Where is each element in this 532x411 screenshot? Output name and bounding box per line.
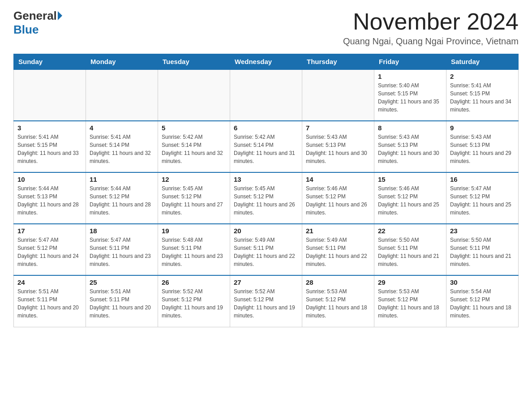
day-number: 7: [306, 124, 370, 132]
logo-triangle-icon: [58, 11, 62, 20]
day-info: Sunrise: 5:50 AMSunset: 5:11 PMDaylight:…: [378, 237, 439, 267]
day-number: 8: [378, 124, 442, 132]
day-number: 10: [17, 176, 82, 183]
day-info: Sunrise: 5:41 AMSunset: 5:14 PMDaylight:…: [90, 134, 151, 164]
day-info: Sunrise: 5:48 AMSunset: 5:11 PMDaylight:…: [162, 237, 223, 267]
logo-general-text: General: [13, 9, 57, 23]
day-cell: 30Sunrise: 5:54 AMSunset: 5:12 PMDayligh…: [446, 275, 519, 327]
title-area: November 2024 Quang Ngai, Quang Ngai Pro…: [343, 9, 519, 47]
day-cell: 26Sunrise: 5:52 AMSunset: 5:12 PMDayligh…: [158, 275, 230, 327]
day-number: 12: [162, 176, 226, 183]
logo-blue-part: [57, 12, 62, 20]
day-cell: 9Sunrise: 5:43 AMSunset: 5:13 PMDaylight…: [446, 121, 519, 172]
day-cell: 24Sunrise: 5:51 AMSunset: 5:11 PMDayligh…: [14, 275, 86, 327]
day-number: 13: [234, 176, 298, 183]
day-cell: 11Sunrise: 5:44 AMSunset: 5:12 PMDayligh…: [86, 172, 158, 224]
day-cell: 7Sunrise: 5:43 AMSunset: 5:13 PMDaylight…: [302, 121, 374, 172]
day-cell: 18Sunrise: 5:47 AMSunset: 5:11 PMDayligh…: [86, 224, 158, 275]
day-info: Sunrise: 5:49 AMSunset: 5:11 PMDaylight:…: [234, 237, 295, 267]
calendar-table: SundayMondayTuesdayWednesdayThursdayFrid…: [13, 54, 519, 327]
day-cell: 29Sunrise: 5:53 AMSunset: 5:12 PMDayligh…: [374, 275, 446, 327]
week-row-5: 24Sunrise: 5:51 AMSunset: 5:11 PMDayligh…: [14, 275, 519, 327]
day-number: 4: [90, 124, 154, 132]
day-cell: 17Sunrise: 5:47 AMSunset: 5:12 PMDayligh…: [14, 224, 86, 275]
day-number: 28: [306, 278, 370, 286]
header-cell-monday: Monday: [86, 54, 158, 70]
day-info: Sunrise: 5:41 AMSunset: 5:15 PMDaylight:…: [17, 134, 79, 164]
day-info: Sunrise: 5:42 AMSunset: 5:14 PMDaylight:…: [234, 134, 295, 164]
day-cell: 2Sunrise: 5:41 AMSunset: 5:15 PMDaylight…: [446, 69, 519, 121]
day-cell: 28Sunrise: 5:53 AMSunset: 5:12 PMDayligh…: [302, 275, 374, 327]
day-number: 1: [378, 73, 442, 80]
day-number: 29: [378, 278, 442, 286]
day-info: Sunrise: 5:49 AMSunset: 5:11 PMDaylight:…: [306, 237, 367, 267]
logo: General Blue: [13, 9, 62, 37]
calendar-body: 1Sunrise: 5:40 AMSunset: 5:15 PMDaylight…: [14, 69, 519, 327]
day-cell: 16Sunrise: 5:47 AMSunset: 5:12 PMDayligh…: [446, 172, 519, 224]
day-cell: [230, 69, 302, 121]
week-row-3: 10Sunrise: 5:44 AMSunset: 5:13 PMDayligh…: [14, 172, 519, 224]
day-info: Sunrise: 5:44 AMSunset: 5:13 PMDaylight:…: [17, 185, 79, 216]
day-number: 19: [162, 227, 226, 235]
day-info: Sunrise: 5:53 AMSunset: 5:12 PMDaylight:…: [378, 288, 439, 319]
day-cell: [158, 69, 230, 121]
week-row-4: 17Sunrise: 5:47 AMSunset: 5:12 PMDayligh…: [14, 224, 519, 275]
day-number: 26: [162, 278, 226, 286]
day-info: Sunrise: 5:42 AMSunset: 5:14 PMDaylight:…: [162, 134, 223, 164]
week-row-2: 3Sunrise: 5:41 AMSunset: 5:15 PMDaylight…: [14, 121, 519, 172]
day-info: Sunrise: 5:47 AMSunset: 5:12 PMDaylight:…: [17, 237, 79, 267]
day-info: Sunrise: 5:46 AMSunset: 5:12 PMDaylight:…: [378, 185, 439, 216]
day-number: 27: [234, 278, 298, 286]
day-info: Sunrise: 5:44 AMSunset: 5:12 PMDaylight:…: [90, 185, 151, 216]
day-number: 9: [450, 124, 515, 132]
day-number: 14: [306, 176, 370, 183]
day-number: 22: [378, 227, 442, 235]
day-info: Sunrise: 5:43 AMSunset: 5:13 PMDaylight:…: [378, 134, 439, 164]
day-number: 3: [17, 124, 82, 132]
day-info: Sunrise: 5:43 AMSunset: 5:13 PMDaylight:…: [306, 134, 367, 164]
month-title: November 2024: [343, 9, 519, 34]
week-row-1: 1Sunrise: 5:40 AMSunset: 5:15 PMDaylight…: [14, 69, 519, 121]
header-cell-wednesday: Wednesday: [230, 54, 302, 70]
day-cell: 14Sunrise: 5:46 AMSunset: 5:12 PMDayligh…: [302, 172, 374, 224]
day-info: Sunrise: 5:40 AMSunset: 5:15 PMDaylight:…: [378, 82, 439, 113]
day-cell: 27Sunrise: 5:52 AMSunset: 5:12 PMDayligh…: [230, 275, 302, 327]
day-cell: 20Sunrise: 5:49 AMSunset: 5:11 PMDayligh…: [230, 224, 302, 275]
day-info: Sunrise: 5:47 AMSunset: 5:11 PMDaylight:…: [90, 237, 151, 267]
day-cell: 1Sunrise: 5:40 AMSunset: 5:15 PMDaylight…: [374, 69, 446, 121]
day-info: Sunrise: 5:43 AMSunset: 5:13 PMDaylight:…: [450, 134, 511, 164]
logo-blue-text: Blue: [13, 23, 39, 37]
day-info: Sunrise: 5:53 AMSunset: 5:12 PMDaylight:…: [306, 288, 367, 319]
day-cell: 12Sunrise: 5:45 AMSunset: 5:12 PMDayligh…: [158, 172, 230, 224]
day-cell: 5Sunrise: 5:42 AMSunset: 5:14 PMDaylight…: [158, 121, 230, 172]
day-info: Sunrise: 5:54 AMSunset: 5:12 PMDaylight:…: [450, 288, 511, 319]
day-number: 5: [162, 124, 226, 132]
page-header: General Blue November 2024 Quang Ngai, Q…: [13, 9, 519, 47]
day-info: Sunrise: 5:47 AMSunset: 5:12 PMDaylight:…: [450, 185, 511, 216]
header-cell-friday: Friday: [374, 54, 446, 70]
day-cell: [86, 69, 158, 121]
day-info: Sunrise: 5:46 AMSunset: 5:12 PMDaylight:…: [306, 185, 367, 216]
day-info: Sunrise: 5:50 AMSunset: 5:11 PMDaylight:…: [450, 237, 511, 267]
day-cell: 19Sunrise: 5:48 AMSunset: 5:11 PMDayligh…: [158, 224, 230, 275]
day-info: Sunrise: 5:51 AMSunset: 5:11 PMDaylight:…: [90, 288, 151, 319]
day-cell: 15Sunrise: 5:46 AMSunset: 5:12 PMDayligh…: [374, 172, 446, 224]
day-number: 23: [450, 227, 515, 235]
day-number: 21: [306, 227, 370, 235]
day-info: Sunrise: 5:52 AMSunset: 5:12 PMDaylight:…: [234, 288, 295, 319]
day-info: Sunrise: 5:45 AMSunset: 5:12 PMDaylight:…: [162, 185, 223, 216]
day-number: 18: [90, 227, 154, 235]
day-cell: [14, 69, 86, 121]
header-cell-sunday: Sunday: [14, 54, 86, 70]
day-cell: 13Sunrise: 5:45 AMSunset: 5:12 PMDayligh…: [230, 172, 302, 224]
day-cell: 10Sunrise: 5:44 AMSunset: 5:13 PMDayligh…: [14, 172, 86, 224]
day-number: 2: [450, 73, 515, 80]
day-info: Sunrise: 5:41 AMSunset: 5:15 PMDaylight:…: [450, 82, 511, 113]
header-cell-saturday: Saturday: [446, 54, 519, 70]
day-number: 6: [234, 124, 298, 132]
day-cell: 22Sunrise: 5:50 AMSunset: 5:11 PMDayligh…: [374, 224, 446, 275]
day-cell: 21Sunrise: 5:49 AMSunset: 5:11 PMDayligh…: [302, 224, 374, 275]
day-info: Sunrise: 5:51 AMSunset: 5:11 PMDaylight:…: [17, 288, 79, 319]
day-number: 11: [90, 176, 154, 183]
location-title: Quang Ngai, Quang Ngai Province, Vietnam: [343, 36, 519, 47]
